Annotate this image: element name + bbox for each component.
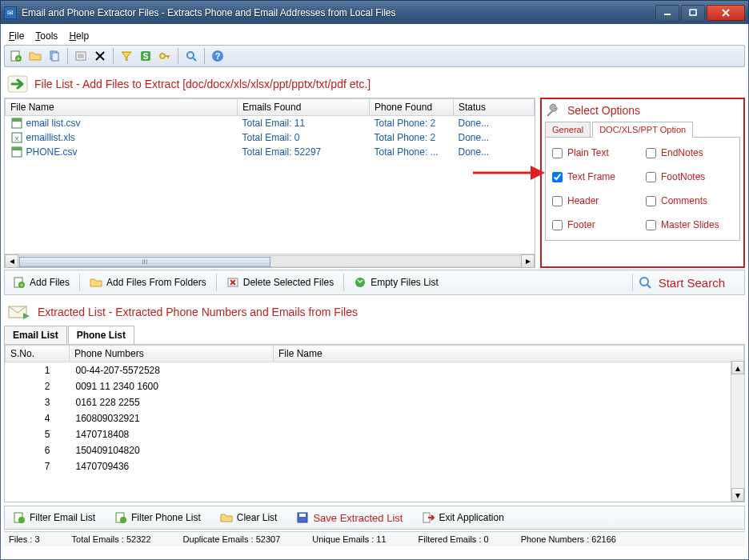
copy-icon[interactable] xyxy=(46,48,62,64)
tab-phone-list[interactable]: Phone List xyxy=(68,326,134,345)
status-phone-numbers: Phone Numbers : 62166 xyxy=(521,534,616,544)
add-file-icon[interactable]: + xyxy=(8,48,24,64)
add-files-button[interactable]: +Add Files xyxy=(8,274,74,290)
menu-file[interactable]: File xyxy=(9,30,24,42)
menubar: File Tools Help xyxy=(4,27,745,45)
save-extracted-button[interactable]: Save Extracted List xyxy=(291,510,407,526)
window-title: Email and Phone Extractor Files - Extrac… xyxy=(22,7,655,18)
help-icon[interactable]: ? xyxy=(210,48,226,64)
table-row[interactable]: 30161 228 2255 xyxy=(6,394,744,410)
table-row[interactable]: 4160809032921 xyxy=(6,410,744,426)
svg-text:S: S xyxy=(143,52,149,61)
opt-footnotes[interactable]: FootNotes xyxy=(646,171,733,182)
svg-point-43 xyxy=(18,517,25,523)
file-table: File Name Emails Found Phone Found Statu… xyxy=(5,98,535,254)
status-duplicate-emails: Duplicate Emails : 52307 xyxy=(183,534,281,544)
search-icon[interactable] xyxy=(183,48,199,64)
scroll-down-icon[interactable]: ▾ xyxy=(731,488,744,502)
envelope-icon xyxy=(7,303,31,321)
horizontal-scrollbar[interactable]: ◂ ▸ xyxy=(5,254,535,267)
file-actions-toolbar: +Add Files Add Files From Folders Delete… xyxy=(4,270,745,295)
vertical-scrollbar[interactable]: ▴ ▾ xyxy=(731,361,744,502)
table-row[interactable]: 20091 11 2340 1600 xyxy=(6,378,744,394)
add-folder-icon[interactable] xyxy=(27,48,43,64)
opt-master-slides[interactable]: Master Slides xyxy=(646,219,733,230)
main-toolbar: + S ? xyxy=(4,45,745,67)
svg-point-39 xyxy=(640,278,648,286)
col-sno[interactable]: S.No. xyxy=(6,346,70,362)
extracted-table-panel: S.No. Phone Numbers File Name 100-44-207… xyxy=(4,344,745,502)
csv-icon xyxy=(10,146,23,158)
options-title: Select Options xyxy=(567,104,640,117)
opt-plain-text[interactable]: Plain Text xyxy=(552,147,639,158)
menu-tools[interactable]: Tools xyxy=(35,30,58,42)
table-row[interactable]: 71470709436 xyxy=(6,458,744,474)
filter-phone-button[interactable]: Filter Phone List xyxy=(110,510,206,526)
skype-icon[interactable]: S xyxy=(138,48,154,64)
start-search-button[interactable]: Start Search xyxy=(638,275,741,290)
list-icon[interactable] xyxy=(73,48,89,64)
table-row[interactable]: 51470718408 xyxy=(6,426,744,442)
key-icon[interactable] xyxy=(157,48,173,64)
file-row[interactable]: email list.csv Total Email: 11 Total Pho… xyxy=(6,116,535,131)
svg-text:X: X xyxy=(14,135,19,142)
table-row[interactable]: 100-44-207-5572528 xyxy=(6,362,744,379)
xls-icon: X xyxy=(10,131,23,144)
delete-icon[interactable] xyxy=(92,48,108,64)
col-file-name[interactable]: File Name xyxy=(274,346,744,362)
csv-icon xyxy=(10,117,23,130)
status-total-emails: Total Emails : 52322 xyxy=(72,534,151,544)
svg-line-40 xyxy=(647,285,651,288)
opt-endnotes[interactable]: EndNotes xyxy=(646,147,733,158)
svg-line-21 xyxy=(193,58,196,61)
opt-comments[interactable]: Comments xyxy=(646,195,733,206)
exit-button[interactable]: Exit Application xyxy=(417,510,508,526)
app-icon: ✉ xyxy=(4,6,17,19)
scroll-up-icon[interactable]: ▴ xyxy=(731,361,744,374)
svg-text:+: + xyxy=(17,56,20,62)
svg-rect-8 xyxy=(52,53,58,61)
maximize-button[interactable] xyxy=(681,5,705,21)
tab-email-list[interactable]: Email List xyxy=(4,326,67,345)
search-icon xyxy=(638,275,652,290)
status-files: Files : 3 xyxy=(9,534,40,544)
file-list-panel: File Name Emails Found Phone Found Statu… xyxy=(4,98,535,268)
menu-help[interactable]: Help xyxy=(69,30,89,42)
col-phone[interactable]: Phone Found xyxy=(370,99,454,116)
filter-email-button[interactable]: Filter Email List xyxy=(8,510,100,526)
options-panel: Select Options General DOC/XLS/PPT Optio… xyxy=(540,98,745,268)
opt-text-frame[interactable]: Text Frame xyxy=(552,171,639,182)
col-phone-numbers[interactable]: Phone Numbers xyxy=(70,346,274,362)
tab-doc-option[interactable]: DOC/XLS/PPT Option xyxy=(592,122,693,138)
table-row[interactable]: 6150409104820 xyxy=(6,442,744,458)
opt-footer[interactable]: Footer xyxy=(552,219,639,230)
minimize-button[interactable] xyxy=(655,5,679,21)
scroll-left-icon[interactable]: ◂ xyxy=(5,254,18,268)
svg-point-20 xyxy=(187,52,194,58)
tab-general[interactable]: General xyxy=(545,122,591,138)
add-folders-button[interactable]: Add Files From Folders xyxy=(85,274,211,290)
filter-icon[interactable] xyxy=(118,48,134,64)
status-unique-emails: Unique Emails : 11 xyxy=(312,534,386,544)
svg-rect-1 xyxy=(690,10,696,15)
file-row[interactable]: PHONE.csv Total Email: 52297 Total Phone… xyxy=(6,145,535,159)
extracted-title: Extracted List - Extracted Phone Numbers… xyxy=(38,306,358,318)
col-emails[interactable]: Emails Found xyxy=(238,99,370,116)
status-filtered-emails: Filtered Emails : 0 xyxy=(419,534,489,544)
svg-rect-47 xyxy=(299,514,306,517)
delete-selected-button[interactable]: Delete Selected Files xyxy=(222,274,338,290)
extracted-header: Extracted List - Extracted Phone Numbers… xyxy=(4,300,745,324)
clear-list-button[interactable]: Clear List xyxy=(215,510,282,526)
file-row[interactable]: Xemaillist.xls Total Email: 0 Total Phon… xyxy=(6,130,535,145)
scroll-right-icon[interactable]: ▸ xyxy=(521,254,535,268)
col-filename[interactable]: File Name xyxy=(6,99,238,116)
col-status[interactable]: Status xyxy=(454,99,535,116)
opt-header[interactable]: Header xyxy=(552,195,639,206)
arrow-right-icon xyxy=(7,75,28,93)
svg-point-17 xyxy=(160,54,165,58)
file-list-header: File List - Add Files to Extract [doc/do… xyxy=(4,70,745,98)
wrench-icon xyxy=(545,102,563,118)
empty-list-button[interactable]: Empty Files List xyxy=(349,274,443,290)
close-button[interactable] xyxy=(707,5,745,21)
svg-text:+: + xyxy=(20,282,23,288)
